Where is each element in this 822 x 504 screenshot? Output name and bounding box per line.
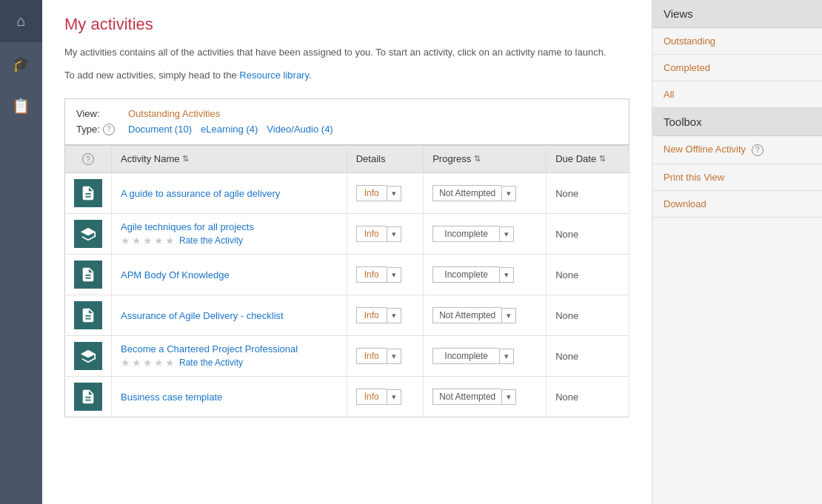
type-link-document[interactable]: Document (10) xyxy=(128,124,192,135)
views-item-completed[interactable]: Completed xyxy=(652,55,822,81)
star-rating: ★★★★★ Rate the Activity xyxy=(121,235,254,246)
activity-name-link[interactable]: APM Body Of Knowledge xyxy=(121,269,230,280)
activity-name-link[interactable]: Agile techniques for all projects xyxy=(121,221,254,232)
info-button[interactable]: Info xyxy=(356,185,387,201)
progress-value: Incomplete xyxy=(432,226,499,242)
progress-dropdown-arrow[interactable]: ▾ xyxy=(499,226,514,242)
view-row: View: Outstanding Activities xyxy=(76,108,618,119)
progress-dropdown: Incomplete ▾ xyxy=(432,348,537,364)
view-value: Outstanding Activities xyxy=(128,108,220,119)
toolbox-item-print[interactable]: Print this View xyxy=(652,164,822,191)
toolbox-item-new-offline[interactable]: New Offline Activity ? xyxy=(652,136,822,164)
activity-name-link[interactable]: A guide to assurance of agile delivery xyxy=(121,188,280,199)
info-dropdown: Info ▾ xyxy=(356,389,414,405)
views-link-outstanding[interactable]: Outstanding xyxy=(664,36,715,47)
th-due-date[interactable]: Due Date ⇅ xyxy=(547,145,629,173)
clipboard-icon: 📋 xyxy=(12,97,30,115)
th-details: Details xyxy=(347,145,423,173)
star-icon: ★ xyxy=(143,235,153,246)
star-icon: ★ xyxy=(143,357,153,369)
progress-dropdown: Incomplete ▾ xyxy=(432,266,537,283)
views-header: Views xyxy=(652,0,822,28)
activity-name-link[interactable]: Assurance of Agile Delivery - checklist xyxy=(121,310,284,321)
print-view-link[interactable]: Print this View xyxy=(664,172,724,183)
views-link-completed[interactable]: Completed xyxy=(664,62,710,73)
info-dropdown: Info ▾ xyxy=(356,185,414,201)
info-button[interactable]: Info xyxy=(356,389,387,405)
name-cell: Assurance of Agile Delivery - checklist xyxy=(121,310,338,321)
views-link-all[interactable]: All xyxy=(664,89,674,100)
td-name: APM Body Of Knowledge xyxy=(112,255,347,295)
info-dropdown-arrow[interactable]: ▾ xyxy=(387,389,401,405)
progress-dropdown-arrow[interactable]: ▾ xyxy=(499,349,514,364)
info-button[interactable]: Info xyxy=(356,307,387,323)
views-item-all[interactable]: All xyxy=(652,81,822,108)
new-offline-help-icon[interactable]: ? xyxy=(752,144,763,156)
th-progress[interactable]: Progress ⇅ xyxy=(424,145,547,173)
td-details: Info ▾ xyxy=(347,173,423,214)
name-text: Business case template xyxy=(121,392,222,403)
table-row: Assurance of Agile Delivery - checklist … xyxy=(65,295,629,336)
table-help-icon[interactable]: ? xyxy=(82,153,94,165)
intro-line2: To add new activities, simply head to th… xyxy=(64,68,629,84)
new-offline-link[interactable]: New Offline Activity xyxy=(664,144,746,155)
sidebar-item-home[interactable]: ⌂ xyxy=(0,0,42,42)
activity-name-link[interactable]: Become a Chartered Project Professional xyxy=(121,343,298,355)
download-link[interactable]: Download xyxy=(664,198,706,209)
td-progress: Incomplete ▾ xyxy=(424,255,547,295)
name-text: APM Body Of Knowledge xyxy=(121,269,230,280)
due-date-value: None xyxy=(555,269,578,280)
td-due-date: None xyxy=(547,214,629,255)
rate-activity-link[interactable]: Rate the Activity xyxy=(179,235,243,246)
progress-dropdown-arrow[interactable]: ▾ xyxy=(501,389,516,405)
progress-dropdown: Incomplete ▾ xyxy=(432,226,537,242)
toolbox-header: Toolbox xyxy=(652,108,822,136)
sidebar: ⌂ 🎓 📋 xyxy=(0,0,42,504)
toolbox-item-download[interactable]: Download xyxy=(652,191,822,218)
table-row: APM Body Of Knowledge Info ▾ Incomplete … xyxy=(65,255,629,295)
th-activity-name[interactable]: Activity Name ⇅ xyxy=(112,145,347,173)
rate-activity-link[interactable]: Rate the Activity xyxy=(179,357,243,368)
info-dropdown-arrow[interactable]: ▾ xyxy=(387,308,401,323)
progress-value: Not Attempted xyxy=(432,389,501,405)
type-label: Type: ? xyxy=(76,124,128,135)
info-dropdown-arrow[interactable]: ▾ xyxy=(387,267,401,283)
type-link-elearning[interactable]: eLearning (4) xyxy=(201,124,258,135)
type-help-icon[interactable]: ? xyxy=(103,124,115,135)
info-dropdown-arrow[interactable]: ▾ xyxy=(387,226,401,242)
due-date-value: None xyxy=(555,310,578,321)
td-details: Info ▾ xyxy=(347,214,423,255)
views-section: Views Outstanding Completed All xyxy=(652,0,822,108)
td-progress: Not Attempted ▾ xyxy=(424,173,547,214)
type-link-video[interactable]: Video/Audio (4) xyxy=(267,124,333,135)
progress-dropdown-arrow[interactable]: ▾ xyxy=(501,186,516,201)
table-header-row: ? Activity Name ⇅ Details Progress ⇅ xyxy=(65,145,629,173)
activity-icon xyxy=(74,261,102,289)
info-button[interactable]: Info xyxy=(356,266,387,283)
activity-name-link[interactable]: Business case template xyxy=(121,392,222,403)
sidebar-item-tasks[interactable]: 📋 xyxy=(0,84,42,127)
star-icon: ★ xyxy=(121,357,130,369)
td-progress: Not Attempted ▾ xyxy=(424,377,547,417)
views-item-outstanding[interactable]: Outstanding xyxy=(652,28,822,55)
td-details: Info ▾ xyxy=(347,295,423,336)
td-due-date: None xyxy=(547,173,629,214)
sidebar-item-learning[interactable]: 🎓 xyxy=(0,42,42,84)
resource-library-link[interactable]: Resource library xyxy=(239,70,309,81)
info-dropdown-arrow[interactable]: ▾ xyxy=(387,349,401,364)
type-row: Type: ? Document (10) eLearning (4) Vide… xyxy=(76,124,618,135)
page-title: My activities xyxy=(64,15,629,34)
view-label: View: xyxy=(76,108,128,119)
due-date-value: None xyxy=(555,351,578,362)
td-details: Info ▾ xyxy=(347,377,423,417)
progress-dropdown-arrow[interactable]: ▾ xyxy=(499,267,514,283)
info-button[interactable]: Info xyxy=(356,348,387,364)
star-icon: ★ xyxy=(165,357,175,369)
due-date-value: None xyxy=(555,188,578,199)
info-dropdown-arrow[interactable]: ▾ xyxy=(387,186,401,201)
info-button[interactable]: Info xyxy=(356,226,387,242)
progress-dropdown-arrow[interactable]: ▾ xyxy=(501,308,516,323)
progress-dropdown: Not Attempted ▾ xyxy=(432,389,537,405)
table-row: A guide to assurance of agile delivery I… xyxy=(65,173,629,214)
info-dropdown: Info ▾ xyxy=(356,266,414,283)
